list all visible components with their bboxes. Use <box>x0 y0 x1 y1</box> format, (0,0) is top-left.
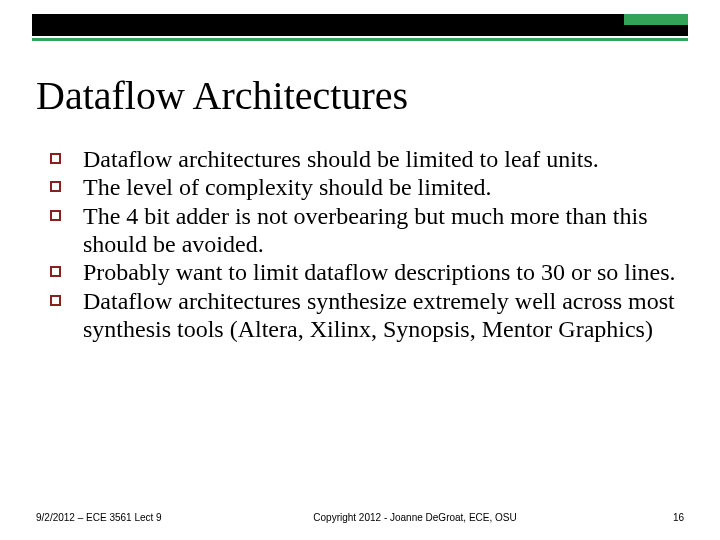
bullet-item: The level of complexity should be limite… <box>50 173 682 201</box>
slide-title: Dataflow Architectures <box>36 72 408 119</box>
bullet-item: Dataflow architectures synthesize extrem… <box>50 287 682 344</box>
footer-date-course: 9/2/2012 – ECE 3561 Lect 9 <box>36 512 206 525</box>
bullet-text: The 4 bit adder is not overbearing but m… <box>83 202 682 259</box>
bullet-item: Probably want to limit dataflow descript… <box>50 258 682 286</box>
footer-copyright: Copyright 2012 - Joanne DeGroat, ECE, OS… <box>206 512 624 523</box>
body-content: Dataflow architectures should be limited… <box>50 145 682 343</box>
footer-page-number: 16 <box>624 512 684 523</box>
bullet-item: The 4 bit adder is not overbearing but m… <box>50 202 682 259</box>
header-accent-line <box>32 38 688 41</box>
square-bullet-icon <box>50 210 61 221</box>
bullet-text: Dataflow architectures synthesize extrem… <box>83 287 682 344</box>
bullet-text: Dataflow architectures should be limited… <box>83 145 599 173</box>
bullet-text: The level of complexity should be limite… <box>83 173 492 201</box>
header-bar <box>32 14 688 36</box>
bullet-text: Probably want to limit dataflow descript… <box>83 258 676 286</box>
bullet-item: Dataflow architectures should be limited… <box>50 145 682 173</box>
square-bullet-icon <box>50 295 61 306</box>
square-bullet-icon <box>50 181 61 192</box>
header-accent-block <box>624 14 688 25</box>
square-bullet-icon <box>50 266 61 277</box>
square-bullet-icon <box>50 153 61 164</box>
slide-footer: 9/2/2012 – ECE 3561 Lect 9 Copyright 201… <box>36 512 684 525</box>
